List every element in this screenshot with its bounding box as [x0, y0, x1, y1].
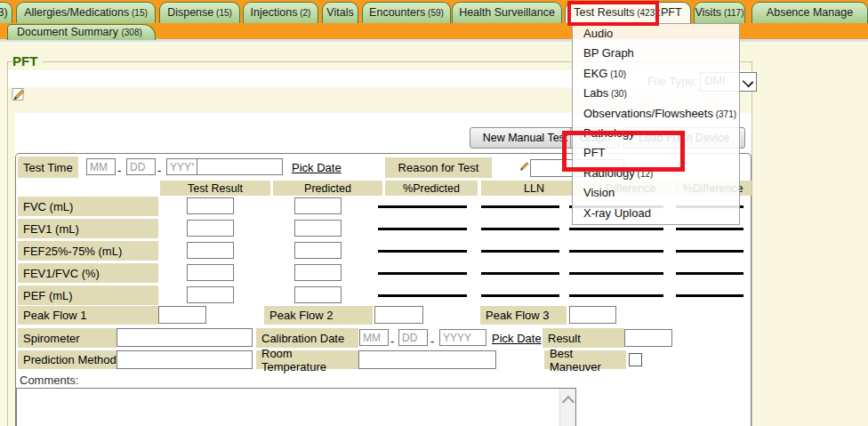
test-time-time-input[interactable] [197, 158, 283, 175]
menu-item-radiology[interactable]: Radiology (12) [573, 164, 739, 183]
tab-label: 3) [0, 6, 8, 19]
predicted-input-row-0[interactable] [294, 197, 342, 214]
tab-document-summary[interactable]: Document Summary (308) [7, 24, 156, 40]
test-result-input-row-1[interactable] [187, 220, 234, 237]
test-result-input-row-2[interactable] [187, 242, 234, 259]
value-placeholder-line [569, 228, 663, 230]
new-manual-test-button[interactable]: New Manual Test [470, 127, 581, 149]
peak-flow-2-input[interactable] [374, 306, 423, 324]
calibration-year-input[interactable] [439, 329, 486, 346]
tab-encounters[interactable]: Encounters (59) [362, 2, 451, 23]
prediction-method-input[interactable] [117, 350, 253, 369]
calibration-day-input[interactable] [398, 329, 428, 346]
peak-flow-2-label: Peak Flow 2 [264, 306, 373, 325]
value-placeholder-line [378, 205, 467, 208]
date-separator: - [157, 164, 161, 177]
menu-item-label: X-ray Upload [583, 206, 651, 220]
tab-visits[interactable]: Visits (117) [694, 2, 745, 23]
test-time-day-input[interactable] [126, 158, 156, 175]
row-label-fev1-fvc: FEV1/FVC (%) [18, 263, 158, 283]
tab-count: (423) [634, 8, 657, 18]
tab-label: Allergies/Medications [24, 6, 129, 19]
menu-item-pft[interactable]: PFT [573, 143, 739, 163]
best-maneuver-label: Best Maneuver [544, 350, 626, 369]
value-placeholder-line [569, 272, 663, 275]
reason-edit-pencil-icon[interactable] [518, 160, 530, 172]
menu-item-vision[interactable]: Vision [573, 183, 739, 203]
main-tab-bar: 3)Allergies/Medications (15)Dispense (15… [0, 0, 868, 23]
peak-flow-3-label: Peak Flow 3 [480, 306, 567, 325]
calibration-date-label: Calibration Date [256, 328, 358, 348]
comments-scrollbar[interactable] [559, 389, 575, 426]
value-placeholder-line [378, 294, 467, 297]
date-separator: - [390, 334, 394, 348]
tab-label: Document Summary [17, 26, 118, 38]
tab-3[interactable]: 3) [0, 2, 12, 23]
tab-test-results[interactable]: Test Results (423):PFT [565, 2, 691, 23]
menu-item-x-ray-upload[interactable]: X-ray Upload [573, 204, 739, 223]
test-results-dropdown-menu: AudioBP GraphEKG (10)Labs (30)Observatio… [572, 23, 740, 225]
predicted-input-row-4[interactable] [294, 286, 342, 303]
menu-item-label: Audio [583, 27, 613, 40]
test-result-input-row-3[interactable] [187, 264, 234, 281]
menu-item-ekg[interactable]: EKG (10) [573, 64, 739, 84]
tab-absence-manage[interactable]: Absence Manage [751, 2, 868, 23]
test-result-input-row-0[interactable] [187, 197, 234, 214]
result-input[interactable] [624, 329, 672, 347]
menu-item-label: Labs [583, 86, 608, 100]
tab-vitals[interactable]: Vitals [322, 2, 358, 23]
comments-textarea[interactable] [16, 388, 576, 426]
value-placeholder-line [378, 272, 467, 275]
tab-count: (15) [129, 8, 148, 18]
peak-flow-3-input[interactable] [569, 306, 616, 324]
spirometer-label: Spirometer [18, 328, 117, 348]
menu-item-label: BP Graph [583, 46, 634, 60]
peak-flow-1-input[interactable] [158, 306, 206, 324]
menu-item-bp-graph[interactable]: BP Graph [573, 44, 739, 63]
calibration-pick-date-link[interactable]: Pick Date [492, 332, 542, 345]
value-placeholder-line [481, 272, 559, 275]
row-label-pef-ml: PEF (mL) [18, 285, 158, 305]
test-time-pick-date-link[interactable]: Pick Date [292, 161, 342, 174]
best-maneuver-checkbox[interactable] [629, 353, 642, 366]
menu-item-audio[interactable]: Audio [573, 24, 739, 44]
value-placeholder-line [481, 205, 559, 208]
comments-label: Comments: [20, 374, 78, 387]
tab-label: Visits [695, 6, 721, 19]
menu-item-labs[interactable]: Labs (30) [573, 84, 739, 103]
calibration-month-input[interactable] [359, 329, 389, 346]
room-temperature-input[interactable] [358, 350, 496, 369]
row-label-fev1-ml: FEV1 (mL) [18, 219, 158, 238]
menu-item-label: EKG [583, 67, 607, 80]
value-placeholder-line [569, 294, 663, 297]
column-header-test-result: Test Result [160, 181, 270, 196]
chevron-down-icon [743, 76, 754, 88]
tab-count: (117) [721, 8, 743, 18]
menu-item-count: (30) [608, 89, 627, 99]
predicted-input-row-3[interactable] [294, 264, 342, 281]
tab-injections[interactable]: Injections (2) [243, 2, 318, 23]
menu-item-label: Observations/Flowsheets [583, 107, 713, 120]
tab-allergies-medications[interactable]: Allergies/Medications (15) [16, 2, 156, 23]
edit-pencil-icon[interactable] [12, 87, 26, 101]
predicted-input-row-2[interactable] [294, 242, 342, 259]
menu-item-label: PFT [583, 146, 606, 159]
predicted-input-row-1[interactable] [294, 220, 342, 237]
value-placeholder-line [676, 250, 743, 253]
result-label: Result [542, 328, 624, 348]
reason-for-test-label: Reason for Test [385, 157, 492, 178]
menu-item-pathology[interactable]: Pathology [573, 124, 739, 143]
test-time-month-input[interactable] [86, 158, 116, 175]
tab-suffix: :PFT [658, 6, 682, 19]
scroll-up-icon [562, 396, 575, 408]
spirometer-input[interactable] [117, 328, 253, 347]
test-time-year-input[interactable] [166, 158, 197, 175]
tab-count: (2) [297, 8, 310, 18]
tab-dispense[interactable]: Dispense (15) [159, 2, 240, 23]
menu-item-observations-flowsheets[interactable]: Observations/Flowsheets (371) [573, 104, 739, 124]
row-label-fef25-75-ml: FEF25%-75% (mL) [18, 241, 158, 261]
value-placeholder-line [378, 250, 467, 253]
tab-health-surveillance[interactable]: Health Surveillance [452, 2, 562, 23]
tab-label: Injections [251, 6, 298, 19]
test-result-input-row-4[interactable] [187, 286, 234, 303]
